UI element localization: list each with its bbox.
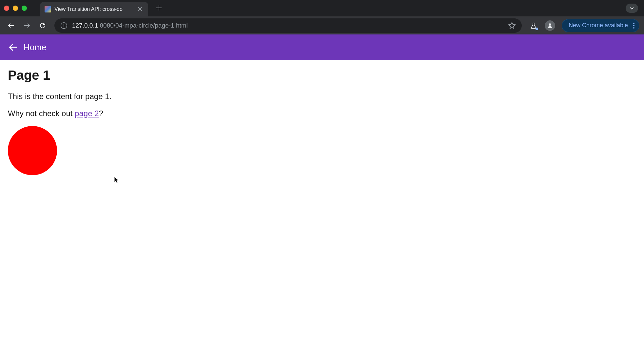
- para2-suffix: ?: [99, 109, 103, 118]
- window-maximize-button[interactable]: [22, 6, 27, 11]
- star-icon: [508, 22, 516, 30]
- svg-point-1: [64, 24, 64, 25]
- notification-dot-icon: [536, 28, 538, 30]
- page-header: Home: [0, 34, 644, 60]
- chrome-update-button[interactable]: New Chrome available: [562, 19, 639, 32]
- header-back-button[interactable]: [8, 42, 18, 52]
- update-label: New Chrome available: [569, 22, 628, 29]
- window-minimize-button[interactable]: [13, 6, 18, 11]
- url-port: :8080: [98, 22, 114, 29]
- reload-icon: [39, 22, 47, 30]
- reload-button[interactable]: [36, 19, 49, 32]
- browser-tab[interactable]: View Transition API: cross-do: [40, 2, 148, 16]
- plus-icon: [156, 5, 162, 11]
- kebab-menu-icon: [631, 23, 634, 29]
- url-host: 127.0.0.1: [72, 22, 98, 29]
- para2-prefix: Why not check out: [8, 109, 75, 118]
- tab-favicon-icon: [45, 6, 51, 12]
- labs-button[interactable]: [527, 19, 540, 32]
- forward-button[interactable]: [20, 19, 33, 32]
- window-controls: [4, 6, 27, 11]
- back-button[interactable]: [5, 19, 18, 32]
- browser-tab-strip: View Transition API: cross-do: [0, 0, 644, 16]
- page-paragraph-2: Why not check out page 2?: [8, 109, 636, 118]
- arrow-left-icon: [7, 22, 15, 30]
- page-title: Page 1: [8, 68, 636, 83]
- arrow-right-icon: [23, 22, 31, 30]
- home-link[interactable]: Home: [24, 42, 46, 52]
- new-tab-button[interactable]: [153, 2, 165, 14]
- window-close-button[interactable]: [4, 6, 9, 11]
- profile-button[interactable]: [545, 20, 555, 31]
- site-info-button[interactable]: [60, 22, 68, 29]
- svg-point-2: [549, 23, 551, 26]
- person-icon: [547, 22, 553, 29]
- chevron-down-icon: [630, 6, 634, 10]
- url-path: /04-mpa-circle/page-1.html: [114, 22, 188, 29]
- arrow-left-icon: [8, 42, 18, 52]
- close-icon: [138, 7, 142, 11]
- browser-toolbar: 127.0.0.1:8080/04-mpa-circle/page-1.html…: [0, 16, 644, 34]
- tab-title: View Transition API: cross-do: [54, 6, 133, 12]
- close-tab-button[interactable]: [136, 5, 144, 13]
- page-content: Page 1 This is the content for page 1. W…: [0, 60, 644, 183]
- tabs-dropdown-button[interactable]: [626, 4, 638, 13]
- page-paragraph-1: This is the content for page 1.: [8, 92, 636, 101]
- red-circle: [8, 126, 57, 175]
- page-2-link[interactable]: page 2: [75, 109, 99, 118]
- info-icon: [60, 22, 68, 29]
- address-bar[interactable]: 127.0.0.1:8080/04-mpa-circle/page-1.html: [54, 18, 522, 33]
- url-text: 127.0.0.1:8080/04-mpa-circle/page-1.html: [72, 22, 503, 29]
- bookmark-button[interactable]: [508, 22, 516, 30]
